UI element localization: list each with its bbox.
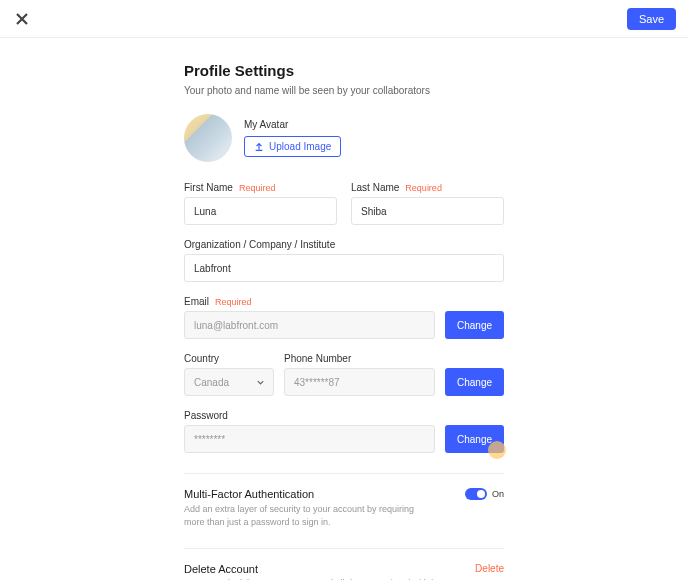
phone-label: Phone Number [284, 353, 351, 364]
phone-input [284, 368, 435, 396]
email-input [184, 311, 435, 339]
password-input [184, 425, 435, 453]
upload-image-button[interactable]: Upload Image [244, 136, 341, 157]
avatar [184, 114, 232, 162]
phone-field: Phone Number [284, 353, 435, 396]
mfa-toggle-label: On [492, 489, 504, 499]
page-subtitle: Your photo and name will be seen by your… [184, 85, 504, 96]
required-badge: Required [405, 183, 442, 193]
email-label: Email [184, 296, 209, 307]
password-label: Password [184, 410, 228, 421]
avatar-label: My Avatar [244, 119, 341, 130]
save-button[interactable]: Save [627, 8, 676, 30]
organization-field: Organization / Company / Institute [184, 239, 504, 282]
page-title: Profile Settings [184, 62, 504, 79]
delete-section: Delete Account Permanently delete your a… [184, 563, 504, 580]
change-password-button[interactable]: Change [445, 425, 504, 453]
upload-icon [254, 142, 264, 152]
content-scroll[interactable]: Profile Settings Your photo and name wil… [0, 38, 688, 580]
avatar-section: My Avatar Upload Image [184, 114, 504, 162]
required-badge: Required [215, 297, 252, 307]
change-phone-button[interactable]: Change [445, 368, 504, 396]
delete-title: Delete Account [184, 563, 438, 575]
first-name-label: First Name [184, 182, 233, 193]
top-bar: Save [0, 0, 688, 38]
last-name-label: Last Name [351, 182, 399, 193]
mfa-toggle[interactable] [465, 488, 487, 500]
delete-account-button[interactable]: Delete [475, 563, 504, 574]
upload-label: Upload Image [269, 141, 331, 152]
last-name-field: Last Name Required [351, 182, 504, 225]
mfa-title: Multi-Factor Authentication [184, 488, 424, 500]
last-name-input[interactable] [351, 197, 504, 225]
close-icon [16, 13, 28, 25]
form-container: Profile Settings Your photo and name wil… [184, 62, 504, 580]
close-button[interactable] [12, 9, 32, 29]
organization-input[interactable] [184, 254, 504, 282]
country-label: Country [184, 353, 219, 364]
country-field: Country [184, 353, 274, 396]
change-email-button[interactable]: Change [445, 311, 504, 339]
organization-label: Organization / Company / Institute [184, 239, 335, 250]
mfa-description: Add an extra layer of security to your a… [184, 503, 424, 528]
email-field: Email Required [184, 296, 435, 339]
password-field: Password [184, 410, 435, 453]
divider [184, 548, 504, 549]
first-name-input[interactable] [184, 197, 337, 225]
required-badge: Required [239, 183, 276, 193]
divider [184, 473, 504, 474]
mfa-section: Multi-Factor Authentication Add an extra… [184, 488, 504, 528]
country-select[interactable] [184, 368, 274, 396]
first-name-field: First Name Required [184, 182, 337, 225]
